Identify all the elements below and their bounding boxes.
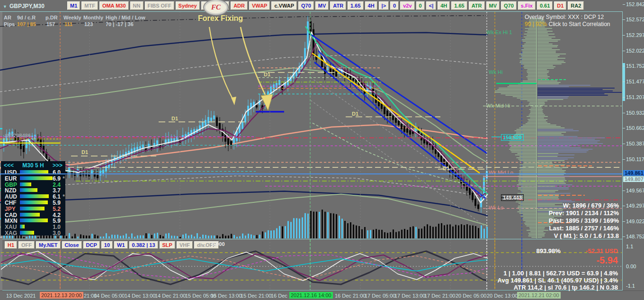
time-axis-label: 14 Dec 21:00 bbox=[155, 293, 186, 299]
toolbar-button-mv[interactable]: MV bbox=[315, 1, 329, 10]
toolbar-button-dcp[interactable]: DCP bbox=[83, 241, 100, 249]
correlation-hint[interactable]: Click to Start Correlation bbox=[547, 21, 610, 27]
toolbar-button-mv[interactable]: MV bbox=[486, 1, 500, 10]
currency-row-chf[interactable]: CHF5.9 bbox=[1, 200, 65, 205]
toolbar-button-h1[interactable]: H1 bbox=[5, 241, 17, 249]
volume-stats-box: W: 1896 / 679 / 36% Prev: 1901 / 2134 / … bbox=[549, 202, 619, 240]
currency-strength-panel[interactable]: <<< M30 5 H >>> USD6.0EUR6.9*GBP2.4NZD3.… bbox=[1, 161, 65, 236]
toolbar-button-oma-m30[interactable]: OMA M30 bbox=[99, 1, 129, 10]
price-tick: 151.752 bbox=[626, 63, 644, 69]
toolbar-button-vhf[interactable]: VHF bbox=[177, 241, 193, 249]
toolbar-button-atr[interactable]: ATR bbox=[469, 1, 485, 10]
time-axis-label: 17 Dec 21:00 bbox=[424, 293, 455, 299]
time-axis-label: 14 Dec 05:00 bbox=[94, 293, 125, 299]
info-pips-label: Pips bbox=[4, 21, 15, 27]
toolbar-button-c-vwap[interactable]: c.VWAP bbox=[271, 1, 297, 10]
account-usd-loss: -52.31 USD bbox=[586, 247, 618, 255]
info-monthly-val: 123 bbox=[84, 21, 93, 27]
toolbar-button-nn[interactable]: NN bbox=[130, 1, 143, 10]
price-tick: 150.932 bbox=[626, 110, 644, 116]
price-tick: 150.662 bbox=[626, 125, 644, 131]
toolbar-button-mtf[interactable]: MTF bbox=[81, 1, 98, 10]
currency-row-xag[interactable]: XAG3.0 bbox=[1, 230, 65, 236]
toolbar-button-vwap[interactable]: VWAP bbox=[249, 1, 270, 10]
symbol-title[interactable]: ▼GBPJPY,M30 bbox=[3, 3, 45, 9]
toolbar-button-1-65[interactable]: 1.65 bbox=[348, 1, 363, 10]
level-label-wk-lo: Wk Lo bbox=[489, 205, 503, 210]
strength-bar bbox=[20, 225, 25, 228]
price-tick: 152.572 bbox=[626, 17, 644, 22]
toolbar-button-4h[interactable]: 4H bbox=[438, 1, 450, 10]
toolbar-button-d1[interactable]: D1 bbox=[554, 1, 566, 10]
toolbar-button-x[interactable]: |> bbox=[379, 1, 389, 10]
currency-row-eur[interactable]: EUR6.9* bbox=[1, 175, 65, 181]
toolbar-button-4h[interactable]: 4H bbox=[365, 1, 377, 10]
panel-next-arrows[interactable]: >>> bbox=[53, 162, 63, 169]
account-percent: 893.98% bbox=[537, 247, 561, 255]
toolbar-button-adr[interactable]: ADR bbox=[231, 1, 248, 10]
currency-row-aud[interactable]: AUD6.1* bbox=[1, 193, 65, 199]
currency-code: XAG bbox=[5, 230, 17, 236]
currency-row-cad[interactable]: CAD4.2 bbox=[1, 212, 65, 218]
toolbar-button-close[interactable]: Close bbox=[62, 241, 82, 249]
toolbar-button-x[interactable]: <| bbox=[426, 1, 437, 10]
time-axis[interactable]: 13 Dec 202121:0014 Dec 05:0014 Dec 13:00… bbox=[0, 291, 644, 300]
strength-bar bbox=[20, 188, 37, 192]
toolbar-button-my-net[interactable]: My.NET bbox=[36, 241, 61, 249]
order-id-label: #97298486 bbox=[5, 133, 31, 138]
time-axis-label: 20 Dec 05:00 bbox=[456, 293, 486, 299]
time-axis-label: 20 Dec 13:00 bbox=[487, 293, 518, 299]
toolbar-button-w1[interactable]: W1 bbox=[114, 241, 128, 249]
toolbar-button-s-fix[interactable]: s.Fix bbox=[518, 1, 536, 10]
toolbar-button-off[interactable]: OFF bbox=[18, 241, 35, 249]
trading-terminal-window: ▼GBPJPY,M30 M1MTFOMA M30NNFIBS OFFSydney… bbox=[0, 0, 644, 300]
oscillator-scale-tick: -1.1 bbox=[626, 283, 635, 289]
toolbar-button-slp[interactable]: SLP bbox=[160, 241, 175, 249]
level-label-wk-ex-hi-1: Wk Ex Hi 1 bbox=[486, 29, 512, 35]
time-axis-label: 14 Dec 13:00 bbox=[125, 293, 155, 299]
oscillator-scale-tick: 1.1 bbox=[626, 244, 633, 249]
currency-row-jpy[interactable]: JPY5.2 bbox=[1, 206, 65, 211]
time-axis-label: 17 Dec 13:00 bbox=[394, 293, 425, 299]
time-axis-highlight: 2021.12.13 20:00 bbox=[40, 292, 83, 299]
toolbar-button-1-65[interactable]: 1.65 bbox=[451, 1, 467, 10]
level-label-wk-mid-lo: Wk Mid Lo bbox=[489, 170, 513, 175]
toolbar-button-ra2[interactable]: RA2 bbox=[568, 1, 584, 10]
correlation-values: 99 | 92% bbox=[525, 21, 547, 27]
strength-bar bbox=[20, 231, 34, 235]
toolbar-button-atr[interactable]: ATR bbox=[330, 1, 346, 10]
info-hml-val: 70 | -17 | 36 bbox=[106, 21, 134, 27]
toolbar-button-sydney[interactable]: Sydney bbox=[176, 1, 200, 10]
overlay-correlation-info[interactable]: Overlay Symbol: XXX : DCP 12 99 | 92% Cl… bbox=[525, 14, 610, 28]
toolbar-button-0-382-13[interactable]: 0.382 | 13 bbox=[129, 241, 158, 249]
account-position-line: 1 | 1.00 | 8.81 | 562.73 USD = 63.9 | 4.… bbox=[498, 270, 618, 277]
toolbar-button-fibs-off[interactable]: FIBS OFF bbox=[145, 1, 174, 10]
stats-past-line: Past: 1895 / 3199 / 169% bbox=[549, 217, 619, 225]
toolbar-button-q70[interactable]: Q70 bbox=[298, 1, 314, 10]
toolbar-button-0[interactable]: 0 bbox=[390, 1, 399, 10]
toolbar-button-10[interactable]: 10 bbox=[101, 241, 113, 249]
toolbar-button-m1[interactable]: M1 bbox=[67, 1, 80, 10]
toolbar-button-v2v[interactable]: v2v bbox=[400, 1, 414, 10]
stats-week-line: W: 1896 / 679 / 36% bbox=[549, 202, 619, 209]
price-tick: 152.022 bbox=[626, 48, 644, 54]
ask-price-badge: 149.807 bbox=[623, 176, 644, 182]
stats-prev-line: Prev: 1901 / 2134 / 112% bbox=[549, 209, 619, 217]
strength-bar bbox=[20, 207, 45, 210]
currency-row-xau[interactable]: XAU1.0 bbox=[1, 224, 65, 229]
currency-row-nzd[interactable]: NZD3.7 bbox=[1, 187, 65, 193]
strength-bar bbox=[20, 213, 40, 217]
toolbar-button-0[interactable]: 0 bbox=[416, 1, 425, 10]
bid-price-line bbox=[0, 173, 622, 174]
time-axis-label: 13 Dec 2021 bbox=[6, 293, 36, 299]
strength-bar bbox=[20, 218, 48, 222]
info-ar-label: AR bbox=[4, 15, 11, 20]
toolbar-button-0-61[interactable]: 0.61 bbox=[537, 1, 553, 10]
strength-bar bbox=[20, 182, 31, 186]
currency-row-gbp[interactable]: GBP2.4 bbox=[1, 182, 65, 187]
toolbar-button-q70[interactable]: Q70 bbox=[501, 1, 517, 10]
currency-row-mxn[interactable]: MXN5.9 bbox=[1, 218, 65, 223]
stats-last-line: Last: 1885 / 2757 / 146% bbox=[549, 225, 619, 232]
time-axis-label: 15 Dec 13:00 bbox=[211, 293, 242, 299]
fc-badge[interactable]: FC bbox=[204, 0, 228, 15]
